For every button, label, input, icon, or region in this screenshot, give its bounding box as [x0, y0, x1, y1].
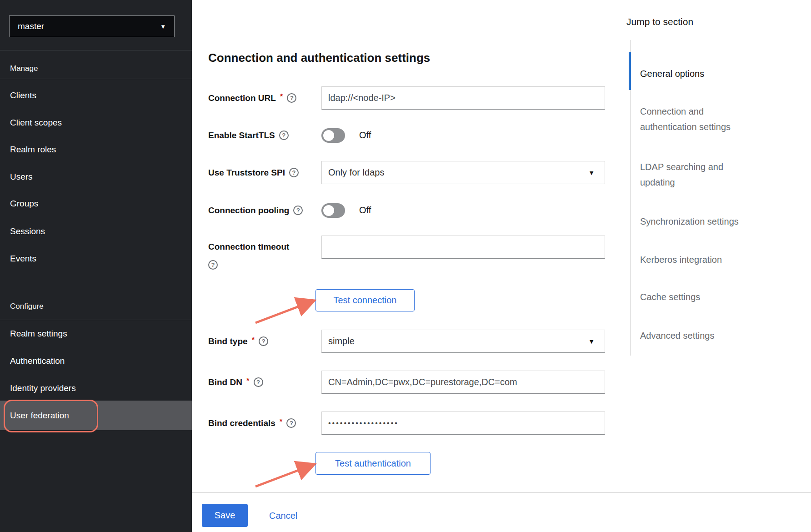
- required-asterisk: *: [280, 92, 283, 101]
- starttls-toggle[interactable]: [321, 128, 345, 143]
- help-icon[interactable]: ?: [293, 206, 303, 215]
- page-title: Connection and authentication settings: [208, 51, 430, 65]
- sidebar-item-client-scopes[interactable]: Client scopes: [0, 111, 192, 134]
- jump-nav-active-bar: [629, 52, 631, 90]
- sidebar-item-groups[interactable]: Groups: [0, 192, 192, 215]
- connection-pooling-toggle-state: Off: [359, 205, 371, 216]
- bind-type-label: Bind type * ?: [208, 336, 321, 346]
- sidebar-item-user-federation[interactable]: User federation: [0, 401, 192, 430]
- realm-selector-value: master: [18, 21, 44, 31]
- connection-timeout-input[interactable]: [321, 236, 605, 259]
- toggle-knob: [323, 130, 334, 141]
- caret-down-icon: ▼: [588, 338, 595, 345]
- footer-divider: [192, 492, 811, 493]
- sidebar-item-sessions[interactable]: Sessions: [0, 220, 192, 243]
- jump-nav-item-advanced-settings[interactable]: Advanced settings: [640, 328, 759, 343]
- sidebar-divider: [0, 320, 192, 320]
- field-row-enable-starttls: Enable StartTLS ? Off: [208, 127, 371, 144]
- annotation-arrow-test-connection: [251, 295, 324, 329]
- cancel-link[interactable]: Cancel: [269, 511, 297, 521]
- field-row-bind-credentials: Bind credentials * ?: [208, 412, 605, 435]
- connection-pooling-toggle[interactable]: [321, 203, 345, 218]
- sidebar-divider: [0, 50, 192, 50]
- caret-down-icon: ▼: [160, 23, 166, 30]
- sidebar-group-manage: Manage: [10, 64, 38, 73]
- jump-nav-item-general-options[interactable]: General options: [640, 66, 759, 81]
- truststore-spi-select[interactable]: Only for ldaps ▼: [321, 161, 605, 184]
- required-asterisk: *: [280, 417, 283, 427]
- sidebar-item-users[interactable]: Users: [0, 166, 192, 188]
- field-row-connection-timeout: Connection timeout ?: [208, 236, 605, 259]
- connection-pooling-label: Connection pooling ?: [208, 206, 321, 216]
- bind-credentials-label: Bind credentials * ?: [208, 418, 321, 428]
- jump-nav-item-connection-authentication[interactable]: Connection and authentication settings: [640, 104, 759, 135]
- annotation-arrow-test-authentication: [251, 458, 324, 492]
- field-row-bind-type: Bind type * ? simple ▼: [208, 330, 605, 353]
- required-asterisk: *: [246, 376, 250, 386]
- field-row-connection-url: Connection URL * ?: [208, 86, 605, 110]
- field-row-connection-pooling: Connection pooling ? Off: [208, 202, 371, 219]
- starttls-toggle-state: Off: [359, 130, 371, 141]
- sidebar-divider: [0, 79, 192, 79]
- field-row-truststore-spi: Use Truststore SPI ? Only for ldaps ▼: [208, 161, 605, 184]
- bind-type-select[interactable]: simple ▼: [321, 330, 605, 353]
- sidebar-item-authentication[interactable]: Authentication: [0, 350, 192, 372]
- help-icon[interactable]: ?: [286, 418, 296, 428]
- toggle-knob: [323, 205, 334, 216]
- jump-nav-item-cache-settings[interactable]: Cache settings: [640, 289, 759, 305]
- test-connection-button[interactable]: Test connection: [315, 289, 415, 311]
- caret-down-icon: ▼: [588, 169, 595, 176]
- connection-url-input[interactable]: [321, 86, 605, 110]
- enable-starttls-label: Enable StartTLS ?: [208, 130, 321, 141]
- sidebar-item-clients[interactable]: Clients: [0, 84, 192, 107]
- sidebar-item-realm-roles[interactable]: Realm roles: [0, 138, 192, 161]
- sidebar-item-events[interactable]: Events: [0, 247, 192, 270]
- jump-nav-item-kerberos-integration[interactable]: Kerberos integration: [640, 252, 759, 267]
- help-icon[interactable]: ?: [259, 336, 268, 346]
- help-icon[interactable]: ?: [254, 377, 263, 387]
- sidebar: master ▼ Manage Clients Client scopes Re…: [0, 0, 192, 532]
- required-asterisk: *: [252, 336, 255, 345]
- bind-dn-label: Bind DN * ?: [208, 377, 321, 387]
- sidebar-group-configure: Configure: [10, 302, 44, 311]
- jump-nav-item-ldap-searching[interactable]: LDAP searching and updating: [640, 159, 759, 190]
- bind-dn-input[interactable]: [321, 371, 605, 394]
- connection-url-label: Connection URL * ?: [208, 93, 321, 103]
- bind-credentials-input[interactable]: [321, 412, 605, 435]
- help-icon[interactable]: ?: [208, 260, 218, 270]
- help-icon[interactable]: ?: [279, 130, 289, 140]
- help-icon[interactable]: ?: [287, 93, 296, 103]
- jump-nav-title: Jump to section: [626, 16, 693, 27]
- truststore-spi-label: Use Truststore SPI ?: [208, 168, 321, 178]
- realm-selector[interactable]: master ▼: [9, 15, 175, 37]
- sidebar-item-realm-settings[interactable]: Realm settings: [0, 322, 192, 345]
- jump-nav-item-synchronization-settings[interactable]: Synchronization settings: [640, 214, 759, 229]
- field-row-bind-dn: Bind DN * ?: [208, 371, 605, 394]
- test-authentication-button[interactable]: Test authentication: [315, 452, 431, 475]
- save-button[interactable]: Save: [202, 504, 248, 527]
- sidebar-item-identity-providers[interactable]: Identity providers: [0, 377, 192, 400]
- help-icon[interactable]: ?: [289, 168, 299, 177]
- connection-timeout-label: Connection timeout ?: [208, 236, 321, 270]
